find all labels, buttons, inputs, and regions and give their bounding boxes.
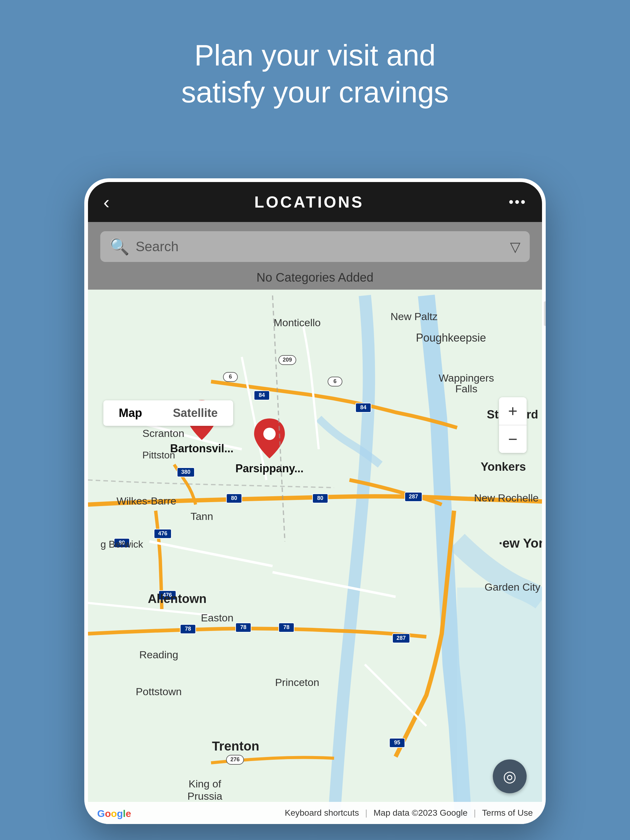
svg-text:84: 84 bbox=[259, 392, 265, 398]
no-categories-label: No Categories Added bbox=[256, 271, 374, 284]
svg-text:6: 6 bbox=[334, 378, 337, 384]
svg-text:476: 476 bbox=[158, 531, 167, 537]
svg-text:Princeton: Princeton bbox=[275, 676, 319, 688]
svg-text:Parsippany...: Parsippany... bbox=[235, 462, 303, 475]
divider: | bbox=[365, 808, 367, 818]
svg-text:209: 209 bbox=[283, 357, 292, 363]
svg-point-64 bbox=[263, 428, 275, 440]
svg-text:287: 287 bbox=[409, 494, 418, 500]
device-screen: ‹ LOCATIONS ••• 🔍 Search ▽ No Categories… bbox=[88, 182, 542, 824]
keyboard-shortcuts-link[interactable]: Keyboard shortcuts bbox=[285, 808, 359, 818]
svg-text:380: 380 bbox=[181, 469, 190, 475]
divider2: | bbox=[474, 808, 476, 818]
map-background: 80 80 84 84 6 6 bbox=[88, 290, 542, 824]
satellite-view-button[interactable]: Satellite bbox=[157, 400, 233, 426]
filter-icon[interactable]: ▽ bbox=[510, 239, 521, 254]
device-frame: ‹ LOCATIONS ••• 🔍 Search ▽ No Categories… bbox=[84, 178, 546, 824]
search-icon: 🔍 bbox=[109, 237, 130, 256]
svg-text:New Rochelle: New Rochelle bbox=[474, 492, 539, 504]
svg-text:Pottstown: Pottstown bbox=[136, 686, 182, 697]
svg-text:80: 80 bbox=[317, 495, 323, 501]
hero-text: Plan your visit and satisfy your craving… bbox=[0, 37, 630, 111]
svg-text:Allentown: Allentown bbox=[148, 592, 206, 605]
svg-text:Garden City: Garden City bbox=[484, 581, 540, 593]
svg-text:·ew York: ·ew York bbox=[499, 536, 542, 550]
nav-bar: ‹ LOCATIONS ••• bbox=[88, 182, 542, 222]
svg-text:Falls: Falls bbox=[455, 383, 477, 395]
svg-text:84: 84 bbox=[360, 404, 366, 411]
map-data-label: Map data ©2023 Google bbox=[374, 808, 468, 818]
svg-text:Bartonsvil...: Bartonsvil... bbox=[170, 442, 233, 455]
svg-text:Scranton: Scranton bbox=[142, 427, 184, 439]
zoom-out-button[interactable]: − bbox=[499, 425, 527, 453]
svg-text:King of: King of bbox=[188, 778, 221, 789]
svg-text:Easton: Easton bbox=[201, 612, 233, 624]
hero-line2: satisfy your cravings bbox=[181, 76, 449, 109]
google-logo: Google bbox=[97, 808, 131, 819]
more-button[interactable]: ••• bbox=[509, 194, 527, 210]
svg-text:Wappingers: Wappingers bbox=[438, 372, 494, 384]
svg-text:New Paltz: New Paltz bbox=[390, 311, 437, 322]
svg-text:78: 78 bbox=[185, 626, 191, 632]
svg-text:Reading: Reading bbox=[139, 649, 179, 660]
svg-text:Tann: Tann bbox=[190, 510, 213, 522]
map-bottom-bar: Google Keyboard shortcuts | Map data ©20… bbox=[88, 802, 542, 824]
my-location-icon: ◎ bbox=[503, 767, 516, 785]
map-svg: 80 80 84 84 6 6 bbox=[88, 290, 542, 824]
nav-title: LOCATIONS bbox=[255, 193, 364, 211]
side-button-right bbox=[544, 301, 546, 326]
svg-text:287: 287 bbox=[397, 635, 406, 641]
map-toggle: Map Satellite bbox=[103, 400, 233, 426]
svg-text:276: 276 bbox=[230, 756, 240, 763]
search-row: 🔍 Search ▽ bbox=[100, 231, 530, 262]
svg-text:6: 6 bbox=[229, 374, 232, 380]
terms-of-use-link[interactable]: Terms of Use bbox=[482, 808, 533, 818]
svg-text:80: 80 bbox=[231, 495, 237, 501]
zoom-controls: + − bbox=[499, 397, 527, 453]
back-button[interactable]: ‹ bbox=[103, 191, 109, 213]
svg-text:Prussia: Prussia bbox=[187, 790, 222, 802]
search-input[interactable]: Search bbox=[136, 239, 510, 254]
svg-text:Wilkes-Barre: Wilkes-Barre bbox=[117, 495, 177, 507]
svg-text:Yonkers: Yonkers bbox=[481, 460, 526, 473]
map-view-button[interactable]: Map bbox=[103, 400, 157, 426]
my-location-button[interactable]: ◎ bbox=[493, 759, 527, 793]
device-container: ‹ LOCATIONS ••• 🔍 Search ▽ No Categories… bbox=[84, 178, 546, 824]
svg-text:95: 95 bbox=[394, 739, 400, 745]
svg-text:78: 78 bbox=[240, 624, 246, 630]
svg-text:g Berwick: g Berwick bbox=[101, 539, 144, 550]
zoom-in-button[interactable]: + bbox=[499, 397, 527, 425]
map-area[interactable]: 80 80 84 84 6 6 bbox=[88, 290, 542, 824]
svg-text:Poughkeepsie: Poughkeepsie bbox=[416, 332, 486, 344]
svg-text:78: 78 bbox=[283, 624, 290, 630]
svg-text:Trenton: Trenton bbox=[212, 739, 259, 753]
search-area: 🔍 Search ▽ No Categories Added bbox=[88, 222, 542, 290]
hero-line1: Plan your visit and bbox=[195, 39, 435, 72]
svg-text:Monticello: Monticello bbox=[274, 317, 321, 328]
